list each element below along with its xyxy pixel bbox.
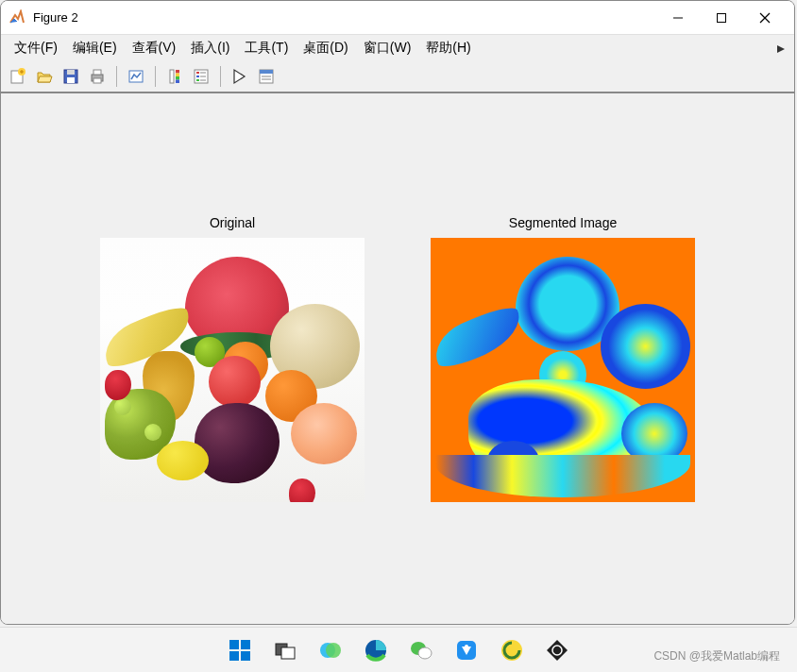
svg-rect-1 — [718, 13, 726, 22]
menu-edit[interactable]: 编辑(E) — [65, 37, 125, 59]
tencent-icon[interactable] — [493, 631, 531, 669]
other-app-icon[interactable] — [538, 631, 576, 669]
edge-icon[interactable] — [357, 631, 395, 669]
svg-rect-30 — [241, 640, 250, 649]
window-controls — [656, 3, 787, 33]
svg-point-39 — [418, 647, 432, 659]
menu-insert[interactable]: 插入(I) — [183, 37, 237, 59]
edit-plot-icon[interactable] — [229, 65, 251, 88]
menubar: 文件(F)编辑(E)查看(V)插入(I)工具(T)桌面(D)窗口(W)帮助(H) — [1, 35, 794, 61]
watermark: CSDN @我爱Matlab编程 — [653, 648, 780, 664]
svg-rect-20 — [196, 76, 199, 77]
svg-rect-13 — [170, 70, 174, 83]
tear-off-icon[interactable] — [775, 42, 787, 58]
close-button[interactable] — [743, 3, 787, 33]
open-icon[interactable] — [33, 65, 56, 88]
toolbar-separator — [220, 66, 221, 87]
svg-rect-11 — [93, 78, 101, 83]
svg-rect-21 — [196, 79, 199, 81]
figure-window: Figure 2 文件(F)编辑(E)查看(V)插入(I)工具(T)桌面(D)窗… — [0, 0, 795, 625]
wechat-icon[interactable] — [402, 631, 440, 669]
titlebar: Figure 2 — [1, 1, 794, 35]
menu-desktop[interactable]: 桌面(D) — [296, 37, 355, 59]
original-image — [100, 238, 365, 502]
menu-window[interactable]: 窗口(W) — [356, 37, 419, 59]
toolbar-separator — [155, 66, 156, 87]
copilot-icon[interactable] — [312, 631, 349, 669]
figure-client-area: Original — [1, 93, 794, 624]
menu-file[interactable]: 文件(F) — [7, 37, 65, 59]
menu-view[interactable]: 查看(V) — [125, 37, 184, 59]
svg-rect-34 — [281, 647, 295, 659]
svg-point-36 — [326, 643, 341, 658]
svg-rect-19 — [196, 72, 199, 74]
save-icon[interactable] — [59, 65, 82, 88]
link-plot-icon[interactable] — [125, 65, 147, 88]
menu-tools[interactable]: 工具(T) — [237, 37, 296, 59]
svg-rect-31 — [229, 651, 239, 661]
segmented-image — [431, 238, 695, 502]
subplot-title-left: Original — [100, 215, 365, 230]
print-icon[interactable] — [86, 65, 109, 88]
subplot-original: Original — [100, 215, 365, 502]
svg-point-41 — [465, 645, 468, 648]
start-icon[interactable] — [221, 631, 259, 669]
matlab-icon — [8, 9, 25, 26]
insert-colorbar-icon[interactable] — [163, 65, 186, 88]
new-figure-icon[interactable] — [7, 65, 29, 88]
maximize-button[interactable] — [700, 3, 743, 33]
svg-rect-8 — [67, 77, 75, 83]
svg-rect-26 — [260, 70, 273, 74]
insert-legend-icon[interactable] — [190, 65, 212, 88]
window-title: Figure 2 — [33, 10, 656, 25]
tim-icon[interactable] — [448, 631, 485, 669]
task-view-icon[interactable] — [266, 631, 304, 669]
svg-rect-10 — [93, 70, 101, 75]
svg-rect-17 — [176, 80, 179, 84]
svg-rect-16 — [176, 76, 179, 80]
menu-help[interactable]: 帮助(H) — [418, 37, 478, 59]
subplot-title-right: Segmented Image — [431, 215, 695, 230]
svg-rect-32 — [241, 651, 250, 661]
svg-rect-29 — [229, 640, 239, 649]
svg-rect-14 — [176, 70, 179, 74]
toolbar-separator — [116, 66, 117, 87]
svg-rect-7 — [67, 70, 75, 75]
toolbar — [1, 61, 794, 93]
svg-rect-15 — [176, 74, 179, 77]
minimize-button[interactable] — [656, 3, 700, 33]
open-property-inspector-icon[interactable] — [255, 65, 278, 88]
subplot-segmented: Segmented Image — [431, 215, 695, 502]
